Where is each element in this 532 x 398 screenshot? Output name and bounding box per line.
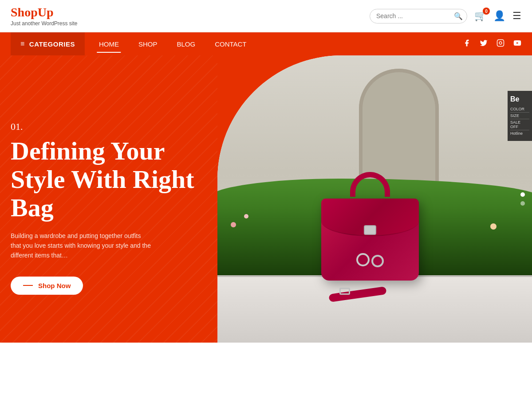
slide-indicators — [520, 192, 525, 206]
shop-now-label: Shop Now — [38, 282, 71, 289]
logo[interactable]: ShopUp — [11, 5, 78, 20]
instagram-icon[interactable] — [497, 39, 504, 49]
hero-arch-shape: Be COLOR SIZE SALE OFF Hotline — [217, 55, 532, 343]
nav-link-home[interactable]: HOME — [89, 32, 129, 55]
nav-link-shop[interactable]: SHOP — [129, 32, 167, 55]
header-right: 🔍 🛒 0 👤 ☰ — [370, 9, 521, 23]
hero-content-left: 01. Defining Your Style With Right Bag B… — [0, 55, 217, 343]
hero-section: 01. Defining Your Style With Right Bag B… — [0, 55, 532, 343]
categories-button[interactable]: ≡ CATEGORIES — [11, 32, 85, 55]
bag-charms — [356, 253, 384, 267]
side-panel-sale: SALE OFF — [510, 119, 529, 130]
side-panel-size: SIZE — [510, 113, 529, 119]
bag-body — [321, 199, 419, 281]
hero-description: Building a wardrobe and putting together… — [11, 231, 153, 261]
strap-buckle — [339, 288, 350, 295]
bag-clasp — [364, 225, 376, 235]
navbar-left: ≡ CATEGORIES HOME SHOP BLOG CONTACT — [11, 32, 256, 55]
search-button[interactable]: 🔍 — [454, 12, 463, 20]
side-panel-color: COLOR — [510, 106, 529, 113]
scene-table — [217, 276, 532, 343]
hero-scene: Be COLOR SIZE SALE OFF Hotline — [217, 55, 532, 343]
navbar-right — [463, 39, 521, 49]
twitter-icon[interactable] — [480, 39, 488, 49]
search-icon: 🔍 — [454, 12, 463, 20]
categories-label: CATEGORIES — [29, 40, 75, 48]
nav-link-blog[interactable]: BLOG — [167, 32, 205, 55]
charm-ring-1 — [356, 253, 370, 266]
user-icon[interactable]: 👤 — [493, 10, 505, 22]
search-input[interactable] — [376, 12, 454, 20]
categories-hamburger-icon: ≡ — [20, 40, 25, 48]
main-navbar: ≡ CATEGORIES HOME SHOP BLOG CONTACT — [0, 32, 532, 55]
cart-button[interactable]: 🛒 0 — [474, 10, 486, 22]
hero-image-right: Be COLOR SIZE SALE OFF Hotline — [217, 55, 532, 343]
side-info-panel: Be COLOR SIZE SALE OFF Hotline — [508, 91, 532, 141]
scene-flower-2 — [244, 214, 248, 219]
hero-title: Defining Your Style With Right Bag — [11, 137, 204, 222]
charm-ring-2 — [371, 255, 384, 267]
nav-link-contact[interactable]: CONTACT — [205, 32, 256, 55]
slide-dot-2[interactable] — [520, 201, 525, 206]
cart-badge: 0 — [483, 8, 490, 15]
shop-now-button[interactable]: Shop Now — [11, 277, 83, 295]
scene-flower-3 — [490, 223, 497, 230]
site-header: ShopUp Just another WordPress site 🔍 🛒 0… — [0, 0, 532, 32]
slide-number: 01. — [11, 121, 204, 133]
search-bar[interactable]: 🔍 — [370, 9, 467, 23]
logo-tagline: Just another WordPress site — [11, 20, 78, 27]
nav-links: HOME SHOP BLOG CONTACT — [89, 32, 256, 55]
svg-rect-0 — [497, 39, 504, 46]
logo-area: ShopUp Just another WordPress site — [11, 5, 78, 27]
side-panel-title: Be — [510, 95, 529, 103]
main-bag — [321, 199, 419, 281]
scene-flower-1 — [231, 222, 236, 227]
hamburger-menu-icon[interactable]: ☰ — [512, 10, 521, 22]
button-line-icon — [23, 285, 33, 286]
youtube-icon[interactable] — [513, 39, 521, 49]
slide-dot-1[interactable] — [520, 192, 525, 197]
side-panel-hotline: Hotline — [510, 130, 529, 137]
facebook-icon[interactable] — [463, 39, 471, 49]
